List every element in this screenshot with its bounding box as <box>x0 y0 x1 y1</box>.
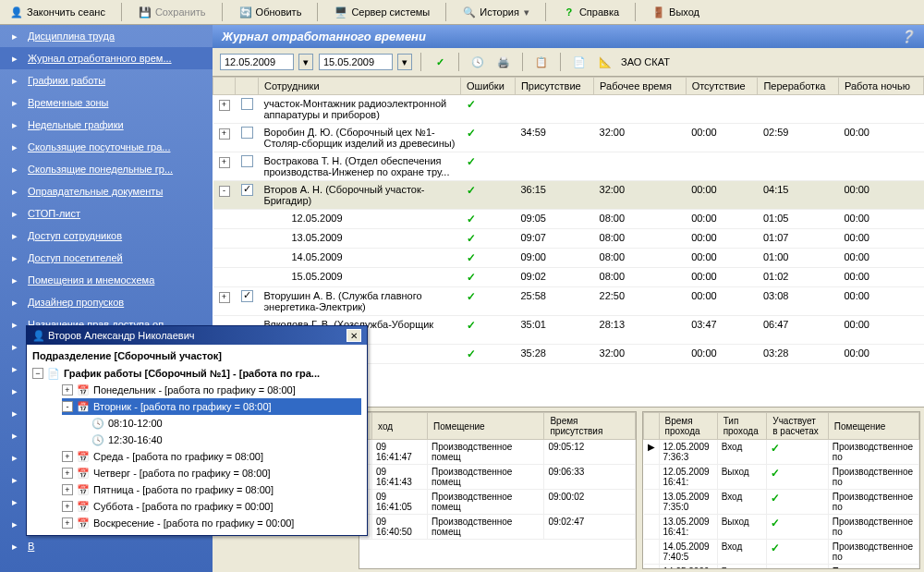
expand-icon[interactable]: − <box>32 368 43 379</box>
row-checkbox[interactable] <box>241 155 253 167</box>
sidebar-item-0[interactable]: ▸Дисциплина труда <box>0 25 213 47</box>
sidebar-item-3[interactable]: ▸Временные зоны <box>0 91 213 114</box>
expand-icon[interactable]: + <box>219 292 230 303</box>
tree-root[interactable]: − 📄 График работы [Сборочный №1] - [рабо… <box>32 365 361 382</box>
refresh-button[interactable]: 🔄Обновить <box>235 3 306 21</box>
expand-icon[interactable]: + <box>62 451 73 462</box>
day-node[interactable]: -📅Вторник - [работа по графику = 08:00] <box>62 398 361 415</box>
sidebar-item-12[interactable]: ▸Дизайнер пропусков <box>0 291 213 313</box>
expand-icon[interactable]: + <box>62 468 73 479</box>
row-checkbox[interactable] <box>241 127 253 139</box>
sidebar-item-23[interactable]: ▸В <box>0 535 213 557</box>
expand-icon[interactable]: - <box>62 401 73 412</box>
expand-icon[interactable]: + <box>62 484 73 495</box>
date-from-dropdown[interactable]: ▾ <box>298 54 313 70</box>
day-node[interactable]: +📅Суббота - [работа по графику = 00:00] <box>62 498 361 515</box>
list-button[interactable]: 📋 <box>531 52 552 72</box>
sidebar-link[interactable]: Дизайнер пропусков <box>28 297 124 308</box>
table-row[interactable]: +Востракова Т. Н. (Отдел обеспечения про… <box>213 152 924 181</box>
day-node[interactable]: +📅Четверг - [работа по графику = 08:00] <box>62 465 361 481</box>
sidebar-link[interactable]: Журнал отработанного врем... <box>28 53 172 64</box>
sidebar-link[interactable]: Дисциплина труда <box>28 30 115 42</box>
sidebar-link[interactable]: Скользящие понедельные гр... <box>28 164 173 175</box>
col-header[interactable]: Сотрудники <box>259 78 461 95</box>
sidebar-link[interactable]: Временные зоны <box>28 97 109 108</box>
col-header[interactable]: Работа ночью <box>838 78 923 95</box>
sidebar-item-1[interactable]: ▸Журнал отработанного врем... <box>0 47 213 69</box>
day-node[interactable]: +📅Понедельник - [работа по графику = 08:… <box>62 382 361 398</box>
table-row[interactable]: 15.05.200909:0208:0000:0001:0200:00 <box>213 268 924 287</box>
help-button[interactable]: ?Справка <box>558 3 623 21</box>
table-row[interactable]: -Второв А. Н. (Сборочный участок-Бригади… <box>213 181 924 210</box>
popup-close-button[interactable]: ✕ <box>346 329 361 342</box>
col-header[interactable]: Рабочее время <box>594 78 687 95</box>
sidebar-link[interactable]: Доступ посетителей <box>28 252 123 263</box>
bottom-right-panel[interactable]: Время проходаТип проходаУчаствует в расч… <box>642 411 920 569</box>
table-row[interactable]: 09 16:41:47Производственное помещ09:05:1… <box>360 440 636 465</box>
expand-icon[interactable]: - <box>219 186 230 197</box>
row-checkbox[interactable] <box>241 184 253 196</box>
sidebar-link[interactable]: Доступ сотрудников <box>28 230 122 241</box>
sidebar-link[interactable]: Графики работы <box>28 75 105 86</box>
col-header[interactable]: ход <box>372 413 428 440</box>
col-header[interactable]: Ошибки <box>461 78 516 95</box>
expand-icon[interactable]: + <box>219 100 230 111</box>
time-node[interactable]: 🕓12:30-16:40 <box>91 432 361 448</box>
exit-button[interactable]: 🚪Выход <box>648 3 703 21</box>
table-row[interactable]: ▶12.05.2009 7:36:3ВходПроизводственное п… <box>644 440 919 465</box>
sidebar-link[interactable]: Недельные графики <box>28 119 124 130</box>
popup-titlebar[interactable]: 👤 Второв Александр Николаевич ✕ <box>27 326 367 345</box>
sidebar-link[interactable]: В <box>28 541 34 552</box>
table-row[interactable]: 14.05.2009 16:41:ВыходПроизводственное п… <box>644 565 919 570</box>
sidebar-item-9[interactable]: ▸Доступ сотрудников <box>0 225 213 247</box>
sidebar-item-4[interactable]: ▸Недельные графики <box>0 114 213 136</box>
col-header[interactable]: Участвует в расчетах <box>767 413 828 440</box>
row-checkbox[interactable] <box>241 290 253 302</box>
table-row[interactable]: +Воробин Д. Ю. (Сборочный цех №1-Столяр-… <box>213 124 924 152</box>
date-from-input[interactable] <box>220 54 294 70</box>
servers-button[interactable]: 🖥️Сервер системы <box>330 3 433 21</box>
day-node[interactable]: +📅Воскресение - [работа по графику = 00:… <box>62 515 361 531</box>
col-header[interactable]: Отсутствие <box>686 78 758 95</box>
sidebar-link[interactable]: Помещения и мнемосхема <box>28 274 154 286</box>
expand-icon[interactable]: + <box>219 157 230 168</box>
col-header[interactable]: Время присутствия <box>544 413 636 440</box>
table-row[interactable]: 12.05.2009 16:41:ВыходПроизводственное п… <box>644 465 919 490</box>
table-row[interactable]: 09 16:40:50Производственное помещ09:02:4… <box>360 515 636 540</box>
doc-button[interactable]: 📄 <box>569 52 590 72</box>
table-row[interactable]: 13.05.200909:0708:0000:0001:0700:00 <box>213 229 924 249</box>
col-header[interactable]: Время прохода <box>659 413 717 440</box>
sidebar-item-11[interactable]: ▸Помещения и мнемосхема <box>0 269 213 291</box>
table-row[interactable]: 09 16:41:05Производственное помещ09:00:0… <box>360 490 636 515</box>
save-button[interactable]: 💾Сохранить <box>134 3 210 21</box>
apply-filter-button[interactable]: ✓ <box>430 52 450 72</box>
sidebar-item-6[interactable]: ▸Скользящие понедельные гр... <box>0 158 213 180</box>
col-header[interactable]: Переработка <box>758 78 839 95</box>
col-header[interactable] <box>644 413 660 440</box>
sidebar-item-5[interactable]: ▸Скользящие посуточные гра... <box>0 136 213 158</box>
end-session-button[interactable]: 👤Закончить сеанс <box>6 3 109 21</box>
expand-icon[interactable]: + <box>62 384 73 396</box>
history-button[interactable]: 🔍История▾ <box>458 3 533 21</box>
table-row[interactable]: 12.05.200909:0508:0000:0001:0500:00 <box>213 210 924 229</box>
col-header[interactable]: Помещение <box>828 413 918 440</box>
sidebar-item-7[interactable]: ▸Оправдательные документы <box>0 180 213 202</box>
table-row[interactable]: 13.05.2009 16:41:ВыходПроизводственное п… <box>644 515 919 540</box>
sidebar-link[interactable]: Оправдательные документы <box>28 186 163 197</box>
sidebar-item-2[interactable]: ▸Графики работы <box>0 69 213 91</box>
date-to-dropdown[interactable]: ▾ <box>397 54 412 70</box>
sidebar-link[interactable]: Скользящие посуточные гра... <box>28 141 170 152</box>
date-to-input[interactable] <box>319 54 393 70</box>
time-node[interactable]: 🕓08:10-12:00 <box>91 415 361 432</box>
col-header[interactable]: Присутствие <box>515 78 593 95</box>
expand-icon[interactable]: + <box>62 517 73 529</box>
day-node[interactable]: +📅Среда - [работа по графику = 08:00] <box>62 448 361 465</box>
expand-icon[interactable]: + <box>219 128 230 140</box>
table-row[interactable]: 14.05.200909:0008:0000:0001:0000:00 <box>213 249 924 268</box>
col-header[interactable]: Помещение <box>428 413 544 440</box>
table-row[interactable]: 09 16:41:43Производственное помещ09:06:3… <box>360 465 636 490</box>
help-title-icon[interactable]: ❔ <box>900 30 915 43</box>
table-row[interactable]: +участок-Монтажник радиоэлектронной аппа… <box>213 95 924 124</box>
table-row[interactable]: +Вторушин А. В. (Служба главного энергет… <box>213 287 924 316</box>
sidebar-item-8[interactable]: ▸СТОП-лист <box>0 202 213 225</box>
